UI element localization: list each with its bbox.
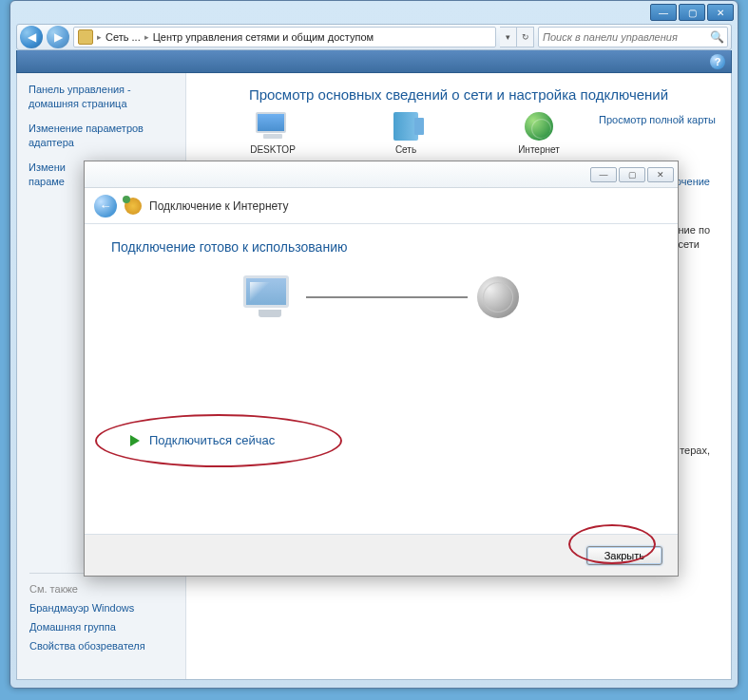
network-icon <box>393 112 418 141</box>
refresh-button[interactable]: ↻ <box>517 27 534 47</box>
dialog-back-button[interactable]: ← <box>94 195 117 218</box>
dialog-minimize-button[interactable]: — <box>590 167 617 182</box>
device-label: Интернет <box>518 144 560 155</box>
dialog-heading: Подключение готово к использованию <box>111 239 651 255</box>
globe-icon <box>525 112 553 141</box>
breadcrumb-item[interactable]: Центр управления сетями и общим доступом <box>153 31 374 43</box>
connect-now-label: Подключиться сейчас <box>149 433 275 447</box>
globe-gray-icon <box>477 276 519 318</box>
breadcrumb-item[interactable]: Сеть ... <box>105 31 141 43</box>
window-titlebar: — ▢ ✕ <box>10 1 738 24</box>
sidebar-link-browser[interactable]: Свойства обозревателя <box>29 640 182 652</box>
connection-graphic <box>111 275 651 319</box>
search-input[interactable] <box>543 31 706 43</box>
page-title: Просмотр основных сведений о сети и наст… <box>201 86 716 103</box>
partial-text: терах, <box>680 444 710 458</box>
dialog-footer: Закрыть <box>85 534 678 576</box>
device-internet[interactable]: Интернет <box>496 112 582 155</box>
dialog-title: Подключение к Интернету <box>149 199 289 213</box>
sidebar-footer: См. также Брандмауэр Windows Домашняя гр… <box>29 573 182 659</box>
dialog-maximize-button[interactable]: ▢ <box>619 167 645 182</box>
sidebar-link-firewall[interactable]: Брандмауэр Windows <box>29 602 182 614</box>
device-label: Сеть <box>395 144 416 155</box>
command-bar: ? <box>16 50 732 73</box>
minimize-button[interactable]: — <box>650 4 677 21</box>
close-button[interactable]: ✕ <box>707 4 734 21</box>
connect-now-link[interactable]: Подключиться сейчас <box>130 433 651 447</box>
dialog-header: ← Подключение к Интернету <box>85 188 678 224</box>
full-map-link[interactable]: Просмотр полной карты <box>599 114 716 125</box>
nav-forward-button[interactable]: ▶ <box>47 26 69 48</box>
network-map: DESKTOP Сеть Интернет Просмотр полной ка… <box>201 112 716 155</box>
computer-icon <box>256 112 290 141</box>
sidebar-link-adapter[interactable]: Изменение параметров адаптера <box>29 122 174 151</box>
address-toolbar: ◀ ▶ ▸ Сеть ... ▸ Центр управления сетями… <box>16 24 732 50</box>
device-label: DESKTOP <box>250 144 296 155</box>
sidebar-link-homegroup[interactable]: Домашняя группа <box>29 621 182 633</box>
connection-dialog: — ▢ ✕ ← Подключение к Интернету Подключе… <box>84 161 679 577</box>
sidebar-home-link[interactable]: Панель управления - домашняя страница <box>29 83 174 112</box>
breadcrumb-sep-icon: ▸ <box>144 32 149 42</box>
address-icon <box>78 29 93 45</box>
search-box[interactable]: 🔍 <box>538 27 728 47</box>
dialog-body: Подключение готово к использованию Подкл… <box>85 224 678 534</box>
arrow-right-icon <box>130 435 140 446</box>
breadcrumb-sep-icon: ▸ <box>97 32 102 42</box>
breadcrumb-dropdown-button[interactable]: ▾ <box>500 27 517 47</box>
dialog-close-button[interactable]: ✕ <box>647 167 674 182</box>
wizard-icon <box>125 198 142 215</box>
maximize-button[interactable]: ▢ <box>679 4 705 21</box>
device-network[interactable]: Сеть <box>363 112 449 155</box>
nav-back-button[interactable]: ◀ <box>20 26 43 48</box>
connection-line-icon <box>306 296 468 298</box>
dialog-titlebar: — ▢ ✕ <box>85 161 678 188</box>
device-this-pc[interactable]: DESKTOP <box>230 112 316 155</box>
breadcrumb[interactable]: ▸ Сеть ... ▸ Центр управления сетями и о… <box>73 27 496 47</box>
partial-text: ние по сети <box>679 223 710 253</box>
search-icon: 🔍 <box>710 30 723 44</box>
close-button[interactable]: Закрыть <box>586 546 662 565</box>
help-icon[interactable]: ? <box>710 54 725 69</box>
computer-icon <box>243 275 297 319</box>
